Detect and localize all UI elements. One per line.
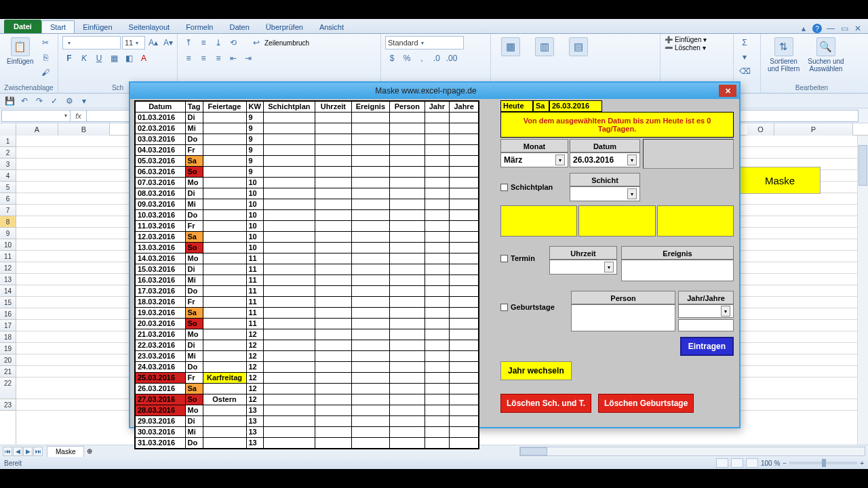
row-header[interactable]: 10: [0, 239, 16, 251]
col-header-P[interactable]: P: [774, 123, 853, 136]
row-header[interactable]: 4: [0, 170, 16, 182]
table-row[interactable]: 20.03.2016So11: [135, 319, 479, 329]
geburtstage-checkbox[interactable]: [500, 304, 508, 311]
table-row[interactable]: 15.03.2016Di11: [135, 264, 479, 275]
copy-icon[interactable]: ⎘: [39, 51, 52, 64]
table-row[interactable]: 02.03.2016Mi9: [135, 123, 479, 134]
row-header[interactable]: 3: [0, 159, 16, 170]
minimize-ribbon-icon[interactable]: ▴: [799, 24, 808, 33]
loeschen-geb-button[interactable]: Löschen Geburtstage: [598, 394, 694, 413]
sort-filter-button[interactable]: ⇅Sortieren und Filtern: [765, 36, 802, 74]
row-header[interactable]: 7: [0, 205, 16, 216]
bold-icon[interactable]: F: [62, 52, 76, 65]
chevron-down-icon[interactable]: ▾: [627, 188, 637, 199]
format-painter-icon[interactable]: 🖌: [39, 66, 52, 79]
qat-custom-icon[interactable]: ✓: [47, 94, 61, 108]
table-row[interactable]: 26.03.2016Sa12: [135, 384, 479, 394]
align-left-icon[interactable]: ≡: [182, 52, 195, 65]
col-header-A[interactable]: A: [16, 123, 58, 136]
table-row[interactable]: 17.03.2016Do11: [135, 286, 479, 297]
row-header[interactable]: 2: [0, 147, 16, 159]
chevron-down-icon[interactable]: ▾: [555, 155, 565, 165]
font-name-combo[interactable]: ▾: [62, 36, 121, 49]
table-row[interactable]: 08.03.2016Di10: [135, 188, 479, 199]
percent-icon[interactable]: %: [400, 52, 414, 65]
table-row[interactable]: 13.03.2016So10: [135, 243, 479, 253]
align-right-icon[interactable]: ≡: [212, 52, 225, 65]
clear-icon[interactable]: ⌫: [738, 64, 751, 78]
eintragen-button[interactable]: Eintragen: [680, 337, 734, 356]
delete-cells-button[interactable]: ➖Löschen ▾: [665, 44, 706, 52]
view-layout-icon[interactable]: [731, 458, 743, 468]
zoom-slider[interactable]: [789, 462, 857, 464]
align-top-icon[interactable]: ⤒: [182, 36, 195, 49]
datum-combo[interactable]: 26.03.2016▾: [570, 152, 640, 167]
table-row[interactable]: 01.03.2016Di9: [135, 113, 479, 123]
row-header[interactable]: 18: [0, 331, 16, 343]
chevron-down-icon[interactable]: ▾: [627, 155, 637, 165]
font-color-icon[interactable]: A: [137, 52, 151, 65]
table-row[interactable]: 31.03.2016Do13: [135, 438, 479, 449]
tab-nav-last-icon[interactable]: ⏭: [33, 447, 43, 456]
row-header[interactable]: 14: [0, 285, 16, 297]
maske-sheet-button[interactable]: Maske: [739, 167, 821, 194]
table-row[interactable]: 03.03.2016Do9: [135, 134, 479, 145]
row-header[interactable]: 6: [0, 193, 16, 205]
tab-nav-first-icon[interactable]: ⏮: [3, 447, 12, 456]
orientation-icon[interactable]: ⟲: [226, 36, 240, 49]
save-icon[interactable]: 💾: [3, 94, 16, 108]
zoom-in-icon[interactable]: +: [860, 460, 864, 467]
fill-icon[interactable]: ▾: [738, 50, 751, 64]
tab-insert[interactable]: Einfügen: [75, 21, 120, 33]
wrap-text-label[interactable]: Zeilenumbruch: [264, 39, 309, 47]
table-row[interactable]: 19.03.2016Sa11: [135, 308, 479, 319]
table-row[interactable]: 28.03.2016Mo13: [135, 405, 479, 416]
tab-nav-next-icon[interactable]: ▶: [23, 447, 33, 456]
currency-icon[interactable]: $: [385, 52, 399, 65]
chevron-down-icon[interactable]: ▾: [604, 262, 614, 272]
row-header[interactable]: 15: [0, 297, 16, 308]
table-row[interactable]: 11.03.2016Fr10: [135, 221, 479, 232]
align-center-icon[interactable]: ≡: [197, 52, 210, 65]
comma-icon[interactable]: ,: [415, 52, 429, 65]
redo-icon[interactable]: ↷: [33, 94, 46, 108]
minimize-icon[interactable]: —: [826, 24, 835, 33]
row-header[interactable]: 19: [0, 343, 16, 354]
chevron-down-icon[interactable]: ▾: [721, 306, 730, 317]
jahr-wechseln-button[interactable]: Jahr wechseln: [500, 361, 572, 380]
tab-layout[interactable]: Seitenlayout: [121, 21, 178, 33]
table-row[interactable]: 25.03.2016FrKarfreitag12: [135, 373, 479, 384]
decrease-decimal-icon[interactable]: .00: [445, 52, 458, 65]
termin-checkbox[interactable]: [500, 255, 508, 262]
view-normal-icon[interactable]: [716, 458, 728, 468]
increase-indent-icon[interactable]: ⇥: [241, 52, 255, 65]
undo-icon[interactable]: ↶: [18, 94, 31, 108]
shrink-font-icon[interactable]: A▾: [161, 36, 175, 49]
table-row[interactable]: 10.03.2016Do10: [135, 210, 479, 221]
wrap-text-icon[interactable]: ↩: [250, 36, 263, 49]
row-header[interactable]: 11: [0, 251, 16, 262]
ereignis-input[interactable]: [621, 260, 734, 281]
help-icon[interactable]: ?: [812, 24, 822, 33]
row-header[interactable]: 1: [0, 136, 16, 147]
dialog-titlebar[interactable]: Maske www.excel-npage.de ✕: [130, 83, 739, 99]
table-row[interactable]: 12.03.2016Sa10: [135, 232, 479, 243]
table-row[interactable]: 27.03.2016SoOstern12: [135, 394, 479, 405]
table-row[interactable]: 24.03.2016Do12: [135, 362, 479, 373]
row-header[interactable]: 17: [0, 320, 16, 331]
close-window-icon[interactable]: ✕: [853, 24, 863, 33]
row-header[interactable]: 9: [0, 228, 16, 239]
person-input[interactable]: [571, 304, 675, 331]
monat-combo[interactable]: März▾: [500, 152, 568, 167]
view-pagebreak-icon[interactable]: [746, 458, 758, 468]
select-all-cell[interactable]: [0, 123, 16, 136]
row-header[interactable]: 21: [0, 366, 16, 378]
jahre-input[interactable]: [678, 319, 734, 331]
vertical-scrollbar[interactable]: [857, 136, 868, 445]
loeschen-sch-button[interactable]: Löschen Sch. und T.: [500, 394, 591, 413]
dialog-close-button[interactable]: ✕: [719, 85, 736, 97]
font-size-combo[interactable]: 11▾: [122, 36, 145, 49]
insert-cells-button[interactable]: ➕Einfügen ▾: [665, 36, 707, 43]
italic-icon[interactable]: K: [77, 52, 91, 65]
decrease-indent-icon[interactable]: ⇤: [226, 52, 240, 65]
